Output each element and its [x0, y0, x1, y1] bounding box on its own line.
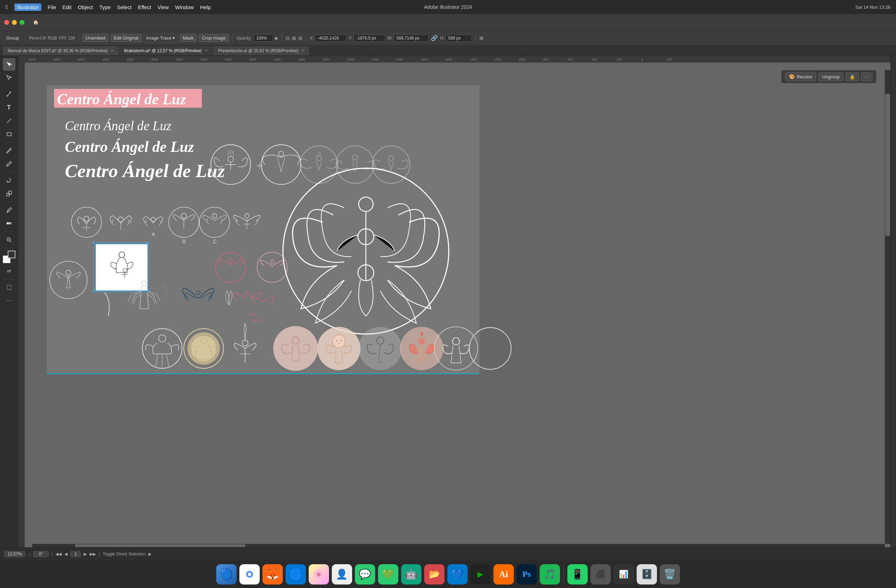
opacity-input[interactable]	[254, 35, 273, 42]
prev-page-btn[interactable]: ◀◀	[55, 551, 62, 556]
badge-angel-peach-2[interactable]	[317, 327, 361, 370]
dock-photos[interactable]: 🌸	[309, 564, 329, 585]
text-centro-3[interactable]: Centro Ángel de Luz	[65, 138, 194, 155]
tab-brainstorm[interactable]: Brainstorm.ai* @ 12,57 % (RGB/Preview) ✕	[119, 46, 213, 55]
color-selector[interactable]	[3, 251, 15, 263]
dock-illustrator[interactable]: Ai	[494, 564, 514, 585]
recolor-button[interactable]: 🎨 Recolor	[785, 72, 816, 81]
handle-br[interactable]	[147, 291, 149, 292]
artboard-tool[interactable]	[3, 281, 15, 294]
fullscreen-button[interactable]	[20, 20, 24, 25]
text-centro-4[interactable]: Centro Ángel de Luz	[65, 160, 225, 181]
text-centro-1[interactable]: Centro Ángel de Luz	[57, 91, 186, 107]
opacity-arrow[interactable]: ▶	[275, 36, 278, 41]
menu-help[interactable]: Help	[200, 4, 211, 10]
selected-image-box[interactable]	[96, 244, 148, 291]
badge-angel-colored[interactable]	[400, 327, 443, 370]
lock-button[interactable]: 🔒	[846, 72, 859, 81]
dock-filezilla[interactable]: 📂	[424, 564, 445, 585]
tab-brainstorm-close[interactable]: ✕	[204, 48, 207, 53]
tab-manual[interactable]: Manual de Marca EDIT.ai* @ 30,36 % (RGB/…	[3, 46, 119, 55]
close-button[interactable]	[4, 20, 9, 25]
x-input[interactable]	[315, 35, 346, 42]
edit-original-button[interactable]: Edit Original	[111, 34, 142, 42]
menu-object[interactable]: Object	[78, 4, 93, 10]
h-input[interactable]	[445, 35, 472, 42]
tab-manual-close[interactable]: ✕	[111, 48, 114, 53]
direct-selection-tool[interactable]	[3, 72, 15, 84]
line-tool[interactable]	[3, 114, 15, 127]
dock-firefox[interactable]: 🦊	[262, 564, 283, 585]
scrollbar-vertical[interactable]	[885, 70, 890, 544]
handle-tr[interactable]	[147, 242, 149, 243]
selection-tool[interactable]	[3, 58, 15, 71]
dock-finder[interactable]: 🔵	[216, 564, 236, 585]
dock-contacts[interactable]: 👤	[332, 564, 352, 585]
rotation-input[interactable]	[33, 551, 49, 557]
transform-icon[interactable]: ⊕	[479, 35, 484, 41]
dock-finder2[interactable]: 🗄️	[637, 564, 657, 585]
menu-window[interactable]: Window	[175, 4, 194, 10]
scrollbar-thumb-h[interactable]	[75, 544, 245, 547]
pencil-tool[interactable]	[3, 157, 15, 170]
dock-chatgpt[interactable]: 🤖	[401, 564, 421, 585]
y-input[interactable]	[354, 35, 386, 42]
next-btn[interactable]: ▶	[84, 551, 87, 556]
scale-tool[interactable]	[3, 187, 15, 200]
rotate-tool[interactable]	[3, 174, 15, 187]
dock-app1[interactable]: ▶	[471, 564, 491, 585]
align-icon-2[interactable]: ⊠	[292, 35, 296, 41]
swap-colors-icon[interactable]: ⇄	[3, 265, 15, 277]
mask-button[interactable]: Mask	[180, 34, 197, 42]
dock-photoshop[interactable]: Ps	[517, 564, 537, 585]
handle-bl[interactable]	[92, 291, 94, 292]
scrollbar-horizontal[interactable]	[32, 544, 885, 547]
badge-angel-2-glow[interactable]	[184, 329, 223, 368]
dock-chrome[interactable]	[239, 564, 260, 585]
menu-illustrator[interactable]: Illustrator	[14, 3, 42, 11]
apple-menu[interactable]: 	[6, 3, 8, 11]
more-tools[interactable]: ···	[3, 294, 15, 307]
align-icon-1[interactable]: ⊟	[286, 35, 290, 41]
next-page-btn[interactable]: ▶▶	[90, 551, 96, 556]
type-tool[interactable]: T	[3, 101, 15, 114]
window-home-icon[interactable]: 🏠	[33, 20, 38, 25]
link-proportions-icon[interactable]: 🔗	[431, 35, 438, 41]
dock-monitor[interactable]: 📊	[614, 564, 634, 585]
more-options-button[interactable]: ···	[861, 72, 873, 81]
toggle-direct-selection-label[interactable]: Toggle Direct Selection	[102, 551, 146, 556]
dock-vscode[interactable]: 💙	[447, 564, 468, 585]
text-centro-2[interactable]: Centro Ángel de Luz	[65, 119, 171, 133]
crop-image-button[interactable]: Crop Image	[199, 34, 229, 42]
ungroup-button[interactable]: Ungroup	[818, 72, 844, 81]
menu-type[interactable]: Type	[99, 4, 111, 10]
gradient-tool[interactable]	[3, 217, 15, 230]
rect-tool[interactable]	[3, 128, 15, 140]
prev-btn[interactable]: ◀	[64, 551, 67, 556]
menu-edit[interactable]: Edit	[62, 4, 72, 10]
image-trace-dropdown[interactable]: Image Trace ▾	[144, 34, 177, 42]
dock-spotify[interactable]: 🎵	[540, 564, 560, 585]
dock-messages[interactable]: 💬	[355, 564, 375, 585]
tab-presentacion[interactable]: Presentación.ai @ 20,62 % (RGB/Preview) …	[213, 46, 309, 55]
dock-trash[interactable]: 🗑️	[660, 564, 680, 585]
page-input[interactable]	[70, 551, 81, 557]
badge-angel-peach-1[interactable]	[273, 326, 318, 371]
eyedropper-tool[interactable]	[3, 204, 15, 216]
unembed-button[interactable]: Unembed	[82, 34, 108, 42]
scrollbar-thumb-v[interactable]	[885, 94, 890, 236]
menu-select[interactable]: Select	[117, 4, 132, 10]
dock-edge[interactable]: 🌀	[286, 564, 306, 585]
align-icon-3[interactable]: ⊞	[298, 35, 302, 41]
paintbrush-tool[interactable]	[3, 144, 15, 157]
handle-tl[interactable]	[92, 242, 94, 243]
dock-whatsapp[interactable]: 📱	[567, 564, 588, 585]
canvas-area[interactable]: 5100 4300 4600 4400 4200 4000 3800 3600 …	[18, 56, 890, 547]
pen-tool[interactable]	[3, 88, 15, 101]
dock-app5[interactable]: ⬛	[590, 564, 611, 585]
minimize-button[interactable]	[12, 20, 17, 25]
menu-effect[interactable]: Effect	[138, 4, 151, 10]
stroke-color[interactable]	[8, 251, 15, 258]
tab-presentacion-close[interactable]: ✕	[301, 48, 304, 53]
menu-view[interactable]: View	[157, 4, 169, 10]
